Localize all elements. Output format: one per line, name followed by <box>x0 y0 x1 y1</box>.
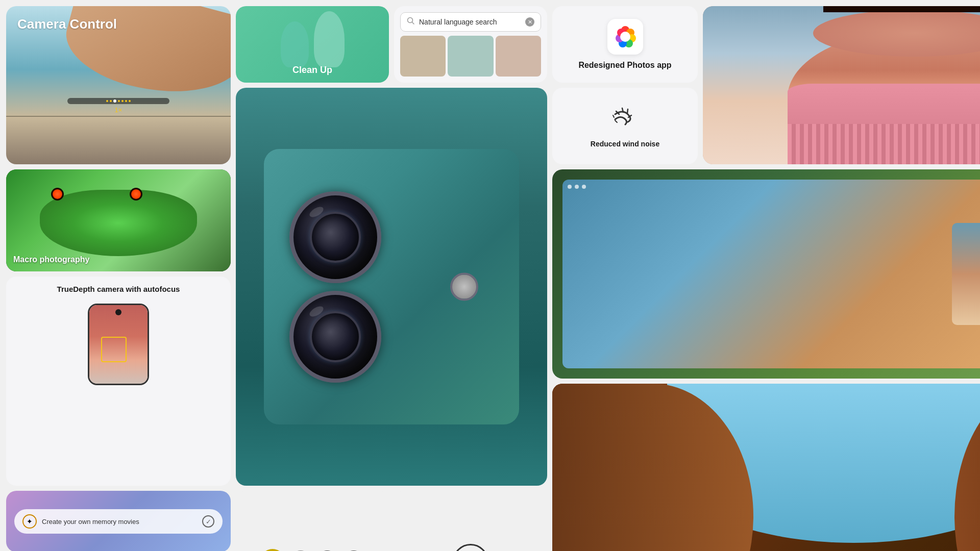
wind-noise-card: Reduced wind noise <box>552 88 698 164</box>
four-lenses-card: 🌼 0.5× 1× 2× Four lenses in your pocket <box>236 491 389 551</box>
macro-lens-button[interactable]: 🌼 <box>260 549 285 551</box>
truedepth-card: TrueDepth camera with autofocus <box>6 277 231 486</box>
truedepth-title: TrueDepth camera with autofocus <box>57 285 180 293</box>
spatial-screen <box>562 180 980 368</box>
figure-2 <box>314 11 345 67</box>
figures-decoration <box>236 6 389 67</box>
search-card: Natural language search ✕ <box>394 6 547 83</box>
zoom-slider <box>67 98 169 104</box>
spatial-card: Spatial photos and videos <box>552 169 980 379</box>
svg-line-15 <box>615 120 617 122</box>
search-query-text: Natural language search <box>419 18 521 26</box>
spatial-controls <box>568 185 586 189</box>
search-result-2 <box>448 36 493 77</box>
search-result-3 <box>496 36 541 77</box>
wind-icon-svg <box>610 104 641 135</box>
camera-control-title: Camera Control <box>17 16 117 32</box>
pause-card: Pause video recording <box>394 491 547 551</box>
lens-inner-bottom <box>310 311 361 362</box>
camera-lenses <box>289 191 381 383</box>
memory-input[interactable]: ✦ Create your own memory movies ✓ <box>14 509 223 534</box>
spatial-dot-3 <box>582 185 586 189</box>
frog-eye-left <box>51 188 64 201</box>
search-result-1 <box>400 36 446 77</box>
macro-label: Macro photography <box>13 255 89 264</box>
wind-noise-icon <box>610 104 641 135</box>
slider-dot <box>110 100 112 102</box>
svg-line-12 <box>627 109 628 113</box>
phone-camera-hole <box>115 309 121 315</box>
portrait-shirt <box>788 84 980 164</box>
spatial-dot-1 <box>568 185 572 189</box>
clean-up-card: Clean Up <box>236 6 389 83</box>
photos-app-title: Redesigned Photos app <box>578 61 671 70</box>
search-clear-button[interactable]: ✕ <box>525 17 534 27</box>
flash-bump <box>450 273 478 301</box>
frog-detail <box>40 190 197 256</box>
portrait-stripes <box>788 124 980 164</box>
camera-hero-card <box>236 88 547 486</box>
camera-body <box>264 149 519 424</box>
pause-button[interactable] <box>453 544 488 551</box>
macro-card: Macro photography <box>6 169 231 271</box>
clean-up-label: Clean Up <box>292 65 332 76</box>
slider-dot-active <box>113 99 116 103</box>
svg-point-9 <box>620 32 630 42</box>
portraits-card: Next-generation portraits with Focus and… <box>703 6 980 164</box>
lens-main-bottom <box>289 291 381 383</box>
camera-control-card: Camera Control 1× <box>6 6 231 164</box>
zoom-label: 1× <box>115 106 122 114</box>
search-icon <box>407 17 415 27</box>
frog-eye-right <box>130 188 142 201</box>
confirm-button[interactable]: ✓ <box>202 515 214 528</box>
lens-buttons: 🌼 0.5× 1× 2× <box>260 549 365 551</box>
search-results <box>400 36 541 77</box>
memory-text: Create your own memory movies <box>42 518 197 525</box>
slider-dot <box>125 100 127 102</box>
figure-1 <box>281 21 309 67</box>
photos-app-card: Redesigned Photos app <box>552 6 698 83</box>
slider-dot <box>129 100 131 102</box>
search-bar[interactable]: Natural language search ✕ <box>400 12 541 32</box>
siri-icon: ✦ <box>22 514 37 529</box>
svg-line-14 <box>613 115 614 117</box>
spatial-dot-2 <box>575 185 579 189</box>
wind-noise-title: Reduced wind noise <box>591 140 659 148</box>
fusion-card: 48MP Fusion camera with 2× Telephoto <box>552 384 980 551</box>
memory-card: ✦ Create your own memory movies ✓ <box>6 491 231 551</box>
svg-line-1 <box>412 22 414 24</box>
slider-dot <box>121 100 124 102</box>
portrait-hair <box>823 6 980 12</box>
slider-dot <box>106 100 108 102</box>
lens-main-top <box>289 191 381 283</box>
lens-inner-top <box>310 212 361 263</box>
focus-box <box>101 337 127 362</box>
spatial-person <box>952 223 981 325</box>
slider-dot <box>118 100 120 102</box>
photos-flower-svg <box>612 24 638 49</box>
phone-mockup <box>88 304 149 385</box>
photos-app-icon <box>607 19 643 55</box>
